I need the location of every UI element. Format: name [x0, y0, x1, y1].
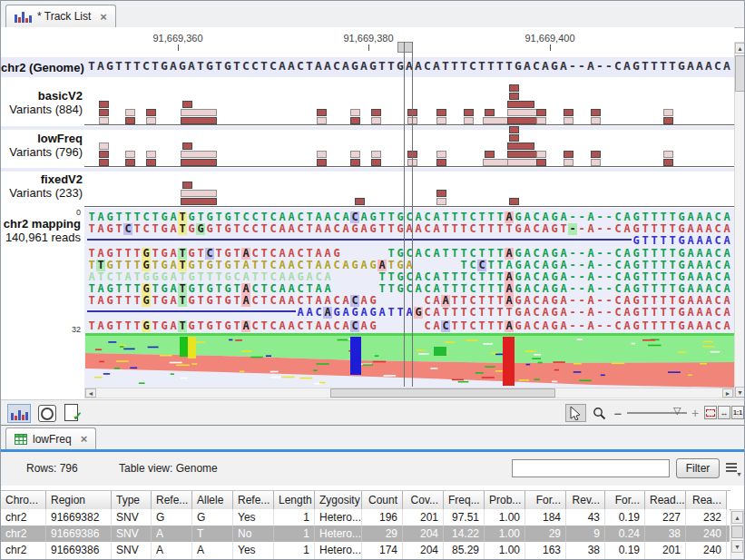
zoom-tool-button[interactable]: [590, 404, 609, 422]
table-cell: 163: [525, 542, 566, 558]
scroll-right-icon[interactable]: ►: [722, 388, 733, 398]
table-vertical-scrollbar[interactable]: ▲ ▼: [730, 509, 744, 560]
zoom-in-button[interactable]: +: [689, 404, 701, 422]
close-tab-icon[interactable]: ×: [81, 432, 88, 446]
table-cell: 1.00: [485, 526, 525, 542]
genomics-workbench-window: * Track List × 91,669,36091,669,38091,66…: [0, 0, 745, 560]
table-cell: 227: [645, 509, 686, 526]
column-header[interactable]: Cov...: [403, 491, 444, 509]
variant-baseline: [84, 206, 734, 207]
table-header-row: Chro...RegionTypeRefe...AlleleRefe...Len…: [1, 490, 730, 510]
table-cell: 91669386: [46, 542, 112, 558]
tab-label: lowFreq: [33, 433, 72, 446]
tab-lowfreq-table[interactable]: lowFreq ×: [5, 427, 96, 449]
vertical-scrollbar-thumb[interactable]: [735, 55, 745, 92]
table-cell: 14.22: [444, 526, 485, 542]
fit-width-icon: ↔: [720, 408, 729, 418]
table-cell: A: [192, 542, 233, 558]
pointer-icon: [570, 407, 582, 420]
table-scrollbar-thumb[interactable]: [731, 526, 743, 538]
rows-count-label: Rows: 796: [26, 462, 78, 475]
selection-rect-icon: [706, 409, 715, 417]
filter-options-icon[interactable]: ▼: [726, 463, 740, 476]
table-cell: chr2: [1, 509, 46, 526]
table-cell: 43: [566, 509, 605, 526]
table-cell: 184: [525, 509, 566, 526]
column-header[interactable]: Length: [274, 491, 315, 509]
magnifier-icon: [593, 407, 606, 420]
table-cell: Hetero...: [315, 526, 362, 542]
zoom-to-selection-button[interactable]: [704, 406, 717, 419]
column-header[interactable]: Refe...: [233, 491, 274, 509]
column-header[interactable]: Zygosity: [315, 491, 362, 509]
table-cell: No: [233, 526, 274, 542]
column-header[interactable]: Chro...: [1, 491, 46, 509]
column-header[interactable]: Type: [112, 491, 152, 509]
table-cell: 38: [645, 526, 686, 542]
zoom-slider-thumb[interactable]: ▽: [673, 405, 681, 417]
table-body: chr291669382SNVGGYes1Hetero...19620197.5…: [1, 509, 730, 560]
history-view-button[interactable]: [38, 405, 56, 422]
table-tab-bar: lowFreq ×: [1, 426, 744, 449]
table-cell: SNV: [112, 526, 152, 542]
track-list-icon: [11, 408, 28, 420]
horizontal-scrollbar-thumb[interactable]: [330, 388, 555, 398]
zoom-out-button[interactable]: −: [612, 404, 624, 422]
column-header[interactable]: Refe...: [152, 491, 192, 509]
pointer-tool-button[interactable]: [565, 404, 586, 422]
table-cell: Hetero...: [315, 509, 362, 526]
table-cell: SNV: [112, 509, 152, 526]
fit-width-button[interactable]: ↔: [718, 406, 730, 419]
table-row[interactable]: chr291669386SNVAAYes1Hetero...17420485.2…: [1, 542, 730, 558]
table-row[interactable]: chr291669386SNVATNo1Hetero...2920414.221…: [1, 526, 730, 542]
variant-baseline: [84, 166, 734, 167]
tab-track-list[interactable]: * Track List ×: [5, 5, 116, 27]
track-list-view-button[interactable]: [7, 404, 31, 423]
scroll-left-icon[interactable]: ◄: [85, 388, 96, 398]
table-cell: Yes: [233, 542, 274, 558]
table-view-label: Table view: Genome: [119, 462, 218, 475]
scroll-up-icon[interactable]: ▲: [731, 511, 743, 524]
track-separator-band: [1, 168, 734, 172]
column-header[interactable]: Region: [46, 491, 112, 509]
column-header[interactable]: For...: [605, 491, 645, 509]
scroll-up-icon[interactable]: ▲: [735, 43, 745, 54]
table-cell: Yes: [233, 509, 274, 526]
one-to-one-button[interactable]: 1:1: [731, 406, 744, 419]
horizontal-scrollbar[interactable]: ◄ ►: [84, 388, 734, 398]
table-cell: T: [192, 526, 233, 542]
table-cell: 91669382: [46, 509, 112, 526]
table-row[interactable]: chr291669382SNVGGYes1Hetero...19620197.5…: [1, 509, 730, 526]
variant-baseline: [84, 124, 734, 125]
table-cell: 85.29: [444, 542, 485, 558]
filter-button[interactable]: Filter: [676, 458, 720, 478]
close-tab-icon[interactable]: ×: [100, 10, 107, 24]
table-cell: 201: [645, 542, 686, 558]
table-cell: 204: [403, 542, 444, 558]
column-header[interactable]: Rev...: [566, 491, 605, 509]
table-cell: 91669386: [46, 526, 112, 542]
column-header[interactable]: For...: [525, 491, 566, 509]
scroll-down-icon[interactable]: ▼: [735, 387, 745, 398]
element-info-button[interactable]: ✓: [64, 404, 82, 423]
track-separator-band: [1, 126, 734, 130]
vertical-scrollbar[interactable]: ▲ ▼: [734, 42, 745, 398]
table-cell: 232: [686, 509, 727, 526]
column-header[interactable]: Freq...: [444, 491, 485, 509]
table-cell: 1.00: [485, 509, 525, 526]
filter-input[interactable]: [512, 459, 670, 477]
table-cell: 0.19: [605, 542, 645, 558]
table-cell: 240: [686, 542, 727, 558]
one-to-one-icon: 1:1: [733, 409, 742, 416]
table-cell: 204: [403, 526, 444, 542]
column-header[interactable]: Prob...: [485, 491, 525, 509]
table-cell: 1: [274, 526, 315, 542]
table-cell: 0.24: [605, 526, 645, 542]
table-icon: [15, 434, 27, 445]
column-header[interactable]: Rea...: [686, 491, 727, 509]
table-cell: chr2: [1, 526, 46, 542]
column-header[interactable]: Read...: [645, 491, 686, 509]
scroll-down-icon[interactable]: ▼: [731, 540, 743, 553]
column-header[interactable]: Count: [362, 491, 403, 509]
column-header[interactable]: Allele: [192, 491, 233, 509]
